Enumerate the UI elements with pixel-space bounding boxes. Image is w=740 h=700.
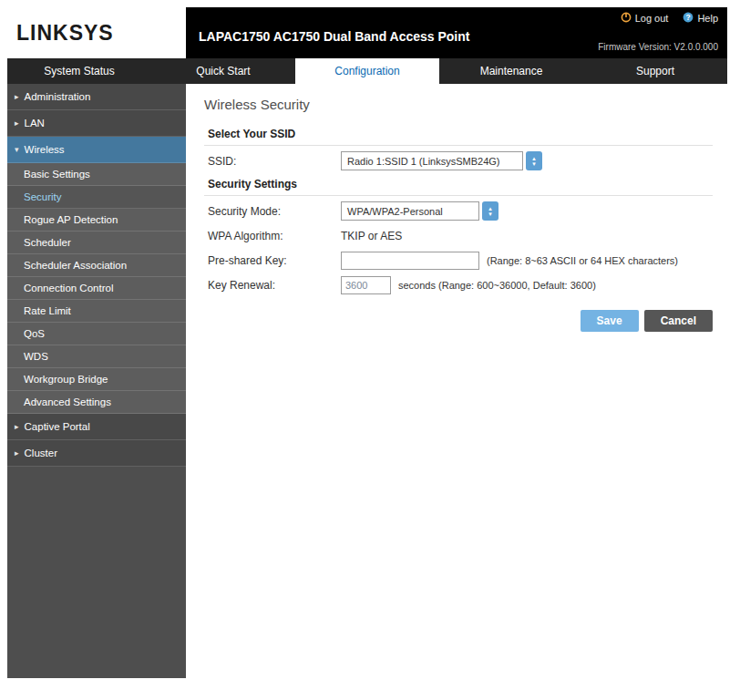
sidebar-item-label: QoS (24, 328, 45, 339)
sidebar-item-label: Scheduler (24, 237, 71, 248)
tab-system-status[interactable]: System Status (7, 58, 151, 84)
sidebar-item-label: Basic Settings (24, 169, 90, 180)
security-mode-value: WPA/WPA2-Personal (341, 201, 479, 221)
sidebar-item-label: Connection Control (24, 283, 113, 293)
sidebar-item-qos[interactable]: QoS (7, 323, 186, 345)
wpa-algorithm-row: WPA Algorithm: TKIP or AES (204, 223, 713, 248)
header: LINKSYS Log out (7, 7, 727, 58)
main-content: Wireless Security Select Your SSID SSID:… (186, 84, 727, 678)
security-mode-row: Security Mode: WPA/WPA2-Personal ▲ ▼ (204, 199, 713, 223)
sidebar-item-cluster[interactable]: ▸Cluster (7, 440, 186, 467)
security-mode-label: Security Mode: (208, 205, 341, 218)
logout-link[interactable]: Log out (621, 12, 669, 25)
sidebar-item-administration[interactable]: ▸Administration (7, 84, 186, 110)
svg-text:?: ? (686, 13, 691, 22)
sidebar-item-connection-control[interactable]: Connection Control (7, 277, 186, 300)
preshared-key-hint: (Range: 8~63 ASCII or 64 HEX characters) (487, 255, 678, 266)
body: ▸Administration▸LAN▾WirelessBasic Settin… (7, 84, 727, 678)
wpa-algorithm-value: TKIP or AES (341, 230, 402, 242)
preshared-key-row: Pre-shared Key: (Range: 8~63 ASCII or 64… (204, 248, 713, 273)
tab-configuration[interactable]: Configuration (295, 58, 439, 84)
chevron-down-icon: ▼ (488, 211, 493, 217)
sidebar-item-label: Cluster (25, 448, 57, 458)
logout-icon (621, 12, 632, 25)
logout-label: Log out (635, 13, 669, 24)
key-renewal-row: Key Renewal: seconds (Range: 600~36000, … (204, 273, 713, 297)
sidebar-item-label: Rogue AP Detection (24, 214, 118, 225)
sidebar-item-label: Wireless (25, 144, 65, 155)
key-renewal-hint: seconds (Range: 600~36000, Default: 3600… (398, 280, 596, 291)
sidebar-item-label: LAN (25, 118, 45, 129)
sidebar-item-rogue-ap-detection[interactable]: Rogue AP Detection (7, 209, 186, 232)
chevron-right-icon: ▸ (15, 448, 19, 458)
sidebar-item-advanced-settings[interactable]: Advanced Settings (7, 391, 186, 414)
cancel-button[interactable]: Cancel (644, 310, 713, 332)
page-title: Wireless Security (204, 97, 713, 112)
save-button[interactable]: Save (581, 310, 639, 332)
firmware-version: Firmware Version: V2.0.0.000 (598, 42, 718, 52)
sidebar-item-label: Workgroup Bridge (24, 374, 108, 385)
sidebar-item-basic-settings[interactable]: Basic Settings (7, 163, 186, 186)
sidebar-item-scheduler-association[interactable]: Scheduler Association (7, 254, 186, 277)
chevron-down-icon: ▾ (15, 145, 19, 154)
security-mode-select[interactable]: WPA/WPA2-Personal ▲ ▼ (341, 201, 498, 221)
button-row: Save Cancel (204, 310, 713, 332)
sidebar: ▸Administration▸LAN▾WirelessBasic Settin… (7, 84, 186, 678)
tab-quick-start[interactable]: Quick Start (151, 58, 295, 84)
ssid-select[interactable]: Radio 1:SSID 1 (LinksysSMB24G) ▲ ▼ (341, 151, 542, 170)
help-link[interactable]: ? Help (683, 12, 718, 25)
app-window: LINKSYS Log out (7, 7, 727, 678)
section-select-your-ssid: Select Your SSID (204, 123, 713, 146)
help-icon: ? (683, 12, 694, 25)
sidebar-item-label: WDS (24, 351, 48, 362)
chevron-right-icon: ▸ (15, 422, 19, 431)
wpa-algorithm-label: WPA Algorithm: (208, 230, 341, 242)
sidebar-item-label: Captive Portal (25, 421, 90, 432)
key-renewal-label: Key Renewal: (208, 279, 341, 292)
sidebar-item-lan[interactable]: ▸LAN (7, 110, 186, 137)
chevron-down-icon: ▼ (531, 161, 537, 167)
preshared-key-label: Pre-shared Key: (208, 254, 341, 267)
sidebar-item-wireless[interactable]: ▾Wireless (7, 137, 186, 163)
sidebar-item-label: Scheduler Association (24, 260, 127, 271)
sidebar-item-wds[interactable]: WDS (7, 345, 186, 368)
key-renewal-input[interactable] (341, 276, 391, 294)
sidebar-item-label: Advanced Settings (24, 396, 111, 407)
sidebar-item-label: Rate Limit (24, 305, 71, 316)
header-main: Log out ? Help LAPAC1750 AC1750 Dual Ban… (186, 7, 727, 58)
ssid-select-stepper[interactable]: ▲ ▼ (526, 151, 542, 170)
sidebar-item-captive-portal[interactable]: ▸Captive Portal (7, 414, 186, 440)
sidebar-item-workgroup-bridge[interactable]: Workgroup Bridge (7, 368, 186, 391)
tab-support[interactable]: Support (583, 58, 727, 84)
preshared-key-input[interactable] (341, 252, 479, 270)
chevron-right-icon: ▸ (15, 118, 19, 128)
sidebar-item-label: Administration (25, 91, 91, 102)
sidebar-item-rate-limit[interactable]: Rate Limit (7, 300, 186, 323)
tab-bar: System StatusQuick StartConfigurationMai… (7, 58, 727, 84)
ssid-select-value: Radio 1:SSID 1 (LinksysSMB24G) (341, 151, 523, 170)
ssid-label: SSID: (208, 155, 341, 168)
tab-maintenance[interactable]: Maintenance (439, 58, 583, 84)
linksys-logo: LINKSYS (16, 21, 114, 46)
top-links: Log out ? Help (621, 12, 718, 25)
security-mode-stepper[interactable]: ▲ ▼ (482, 201, 498, 221)
help-label: Help (697, 13, 718, 24)
logo-box: LINKSYS (7, 7, 186, 58)
sidebar-item-scheduler[interactable]: Scheduler (7, 232, 186, 254)
sidebar-item-label: Security (24, 191, 62, 202)
ssid-row: SSID: Radio 1:SSID 1 (LinksysSMB24G) ▲ ▼ (204, 149, 713, 173)
sidebar-item-security[interactable]: Security (7, 186, 186, 209)
section-security-settings: Security Settings (204, 173, 713, 196)
chevron-right-icon: ▸ (15, 92, 19, 101)
